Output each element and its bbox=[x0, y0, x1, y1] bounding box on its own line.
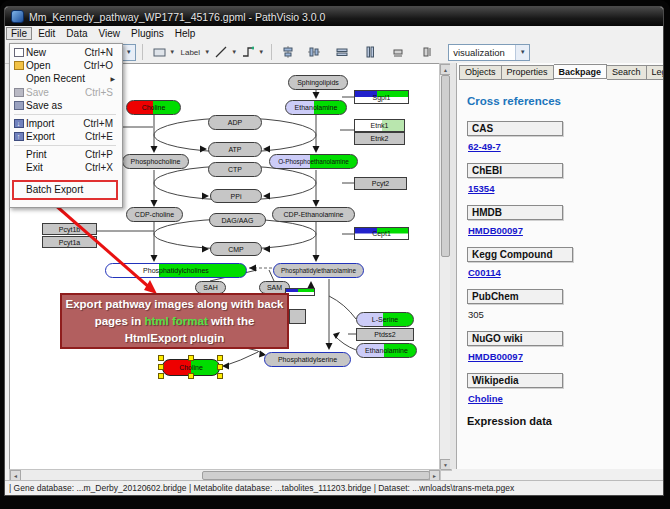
menu-data[interactable]: Data bbox=[61, 27, 92, 40]
import-icon: ↓ bbox=[11, 119, 26, 128]
dropdown-arrow-icon[interactable]: ▼ bbox=[169, 49, 175, 55]
xref-value: 305 bbox=[468, 309, 484, 320]
common-width-button[interactable] bbox=[390, 44, 406, 60]
annotation-callout: Export pathway images along with back pa… bbox=[60, 293, 289, 349]
menu-item-save[interactable]: SaveCtrl+S bbox=[11, 86, 119, 99]
distribute-vertical-button[interactable] bbox=[362, 44, 378, 60]
dropdown-arrow-icon[interactable]: ▼ bbox=[515, 45, 529, 60]
selection-handle[interactable] bbox=[217, 364, 223, 370]
menu-item-import[interactable]: ↓ ImportCtrl+M bbox=[11, 117, 119, 130]
xref-link[interactable]: 15354 bbox=[468, 183, 494, 194]
tab-search[interactable]: Search bbox=[607, 65, 647, 80]
tab-legend[interactable]: Legend bbox=[647, 65, 664, 80]
node-atp[interactable]: ATP bbox=[208, 142, 262, 157]
gene-pcyt1b[interactable]: Pcyt1b bbox=[42, 223, 97, 235]
scroll-thumb[interactable] bbox=[441, 75, 450, 257]
dropdown-arrow-icon[interactable]: ▼ bbox=[258, 49, 264, 55]
node-phosphatidylethanolamine[interactable]: Phosphatidylethanolamine bbox=[273, 263, 364, 278]
dropdown-arrow-icon[interactable]: ▼ bbox=[231, 49, 237, 55]
selection-handle[interactable] bbox=[217, 373, 223, 379]
menu-edit[interactable]: Edit bbox=[33, 27, 60, 40]
node-adp[interactable]: ADP bbox=[208, 115, 262, 130]
menu-item-new[interactable]: NewCtrl+N bbox=[11, 46, 119, 59]
tab-objects[interactable]: Objects bbox=[459, 65, 502, 80]
file-menu: NewCtrl+N OpenCtrl+O Open Recent ▶ SaveC… bbox=[9, 43, 123, 208]
node-cdp-ethanolamine[interactable]: CDP-Ethanolamine bbox=[272, 207, 355, 222]
selection-handle[interactable] bbox=[158, 373, 164, 379]
partial-gene-box[interactable] bbox=[289, 309, 306, 324]
menu-item-export[interactable]: ↑ ExportCtrl+E bbox=[11, 130, 119, 143]
gene-pcyt1a[interactable]: Pcyt1a bbox=[42, 236, 97, 248]
callout-line3: HtmlExport plugin bbox=[62, 330, 287, 347]
gene-ptdss2[interactable]: Ptdss2 bbox=[356, 328, 414, 341]
callout-line1: Export pathway images along with back bbox=[62, 296, 287, 313]
selection-handle[interactable] bbox=[158, 355, 164, 361]
node-dag-aag[interactable]: DAG/AAG bbox=[209, 213, 266, 227]
selection-handle[interactable] bbox=[217, 355, 223, 361]
xref-source: ChEBI bbox=[467, 163, 563, 178]
selection-handle[interactable] bbox=[188, 373, 194, 379]
node-sphingolipids[interactable]: Sphingolipids bbox=[288, 75, 348, 90]
node-ethanolamine-2[interactable]: Ethanolamine bbox=[356, 343, 417, 358]
status-bar: | Gene database: ...m_Derby_20120602.bri… bbox=[5, 480, 663, 495]
window-title: Mm_Kennedy_pathway_WP1771_45176.gpml - P… bbox=[29, 11, 325, 23]
scroll-thumb[interactable] bbox=[202, 471, 430, 480]
cross-references-heading: Cross references bbox=[467, 95, 654, 107]
common-height-button[interactable] bbox=[418, 44, 434, 60]
xref-link[interactable]: C00114 bbox=[468, 267, 501, 278]
align-center-button[interactable] bbox=[280, 44, 296, 60]
menu-item-open[interactable]: OpenCtrl+O bbox=[11, 59, 119, 72]
partial-gene-box[interactable] bbox=[285, 288, 315, 296]
tab-backpage[interactable]: Backpage bbox=[554, 64, 608, 79]
align-middle-button[interactable] bbox=[306, 44, 322, 60]
selection-handle[interactable] bbox=[158, 364, 164, 370]
node-ctp[interactable]: CTP bbox=[208, 162, 262, 177]
open-folder-icon bbox=[11, 61, 26, 70]
screen: Mm_Kennedy_pathway_WP1771_45176.gpml - P… bbox=[0, 0, 670, 509]
visualization-combobox[interactable]: visualization ▼ bbox=[448, 44, 530, 61]
callout-line2: pages in html format with the bbox=[62, 313, 287, 330]
menu-file[interactable]: File bbox=[6, 27, 32, 40]
node-l-serine[interactable]: L-Serine bbox=[356, 312, 414, 327]
menu-item-save-as[interactable]: Save as bbox=[11, 99, 119, 112]
xref-link[interactable]: 62-49-7 bbox=[468, 141, 501, 152]
toolbar-separator bbox=[142, 44, 143, 60]
menu-plugins[interactable]: Plugins bbox=[126, 27, 169, 40]
menu-help[interactable]: Help bbox=[170, 27, 201, 40]
backpage-content: Cross references CAS 62-49-7 ChEBI 15354… bbox=[457, 81, 664, 469]
node-phosphatidylcholines[interactable]: Phosphatidylcholines bbox=[105, 263, 247, 278]
menu-view[interactable]: View bbox=[93, 27, 125, 40]
dropdown-arrow-icon[interactable]: ▼ bbox=[121, 45, 135, 60]
node-ppi[interactable]: PPi bbox=[210, 189, 262, 203]
gene-sgpl1[interactable]: Sgpl1 bbox=[354, 90, 409, 104]
dropdown-arrow-icon[interactable]: ▼ bbox=[204, 49, 210, 55]
new-line-button[interactable] bbox=[213, 44, 229, 60]
node-ethanolamine[interactable]: Ethanolamine bbox=[285, 100, 347, 115]
new-label-button[interactable]: Label bbox=[178, 44, 202, 60]
new-datanode-button[interactable] bbox=[151, 44, 167, 60]
save-as-icon bbox=[11, 101, 26, 110]
gene-pcyt2[interactable]: Pcyt2 bbox=[354, 177, 407, 190]
selection-handle[interactable] bbox=[188, 355, 194, 361]
node-o-phosphoethanolamine[interactable]: O-Phosphoethanolamine bbox=[269, 154, 358, 169]
xref-link[interactable]: HMDB00097 bbox=[468, 225, 523, 236]
node-phosphatidylserine[interactable]: Phosphatidylserine bbox=[264, 352, 351, 367]
xref-link[interactable]: Choline bbox=[468, 393, 503, 404]
node-cdp-choline[interactable]: CDP-choline bbox=[126, 207, 183, 222]
menu-item-exit[interactable]: ExitCtrl+X bbox=[11, 161, 119, 174]
new-connector-button[interactable] bbox=[240, 44, 256, 60]
gene-etnk1[interactable]: Etnk1 bbox=[354, 119, 405, 132]
xref-section-chebi: ChEBI 15354 bbox=[467, 163, 654, 196]
xref-link[interactable]: HMDB00097 bbox=[468, 351, 523, 362]
distribute-horizontal-button[interactable] bbox=[334, 44, 350, 60]
xref-section-nugo: NuGO wiki HMDB00097 bbox=[467, 331, 654, 364]
menu-item-open-recent[interactable]: Open Recent ▶ bbox=[11, 72, 119, 85]
gene-cept1[interactable]: Cept1 bbox=[354, 227, 409, 240]
menu-item-print[interactable]: PrintCtrl+P bbox=[11, 148, 119, 161]
tab-properties[interactable]: Properties bbox=[502, 65, 554, 80]
toolbar-separator bbox=[271, 44, 272, 60]
node-cmp[interactable]: CMP bbox=[210, 242, 262, 256]
gene-etnk2[interactable]: Etnk2 bbox=[354, 132, 405, 145]
node-choline[interactable]: Choline bbox=[126, 100, 181, 115]
node-phosphocholine[interactable]: Phosphocholine bbox=[122, 154, 189, 169]
